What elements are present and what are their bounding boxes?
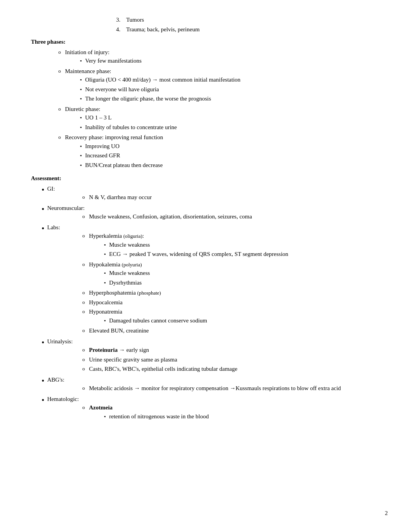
- item-text: Recovery phase: improving renal function: [65, 134, 163, 140]
- item-content: ABG's: o Metabolic acidosis → monitor fo…: [47, 375, 379, 394]
- square-bullet: ▪: [77, 95, 85, 102]
- list-item: o Hyperkalemia (oliguria): ▪ Muscle weak…: [78, 232, 379, 259]
- sub-item: ▪ Dysrhythmias: [101, 278, 379, 287]
- item-content: Neuromuscular: o Muscle weakness, Confus…: [47, 204, 379, 222]
- top-level-item: • Neuromuscular: o Muscle weakness, Conf…: [39, 204, 379, 222]
- item-content: Hyponatremia ▪ Damaged tubules cannot co…: [89, 307, 379, 326]
- item-label: GI:: [47, 186, 55, 192]
- circle-bullet: o: [78, 404, 89, 411]
- item-content: Azotmeia ▪ retention of nitrogenous wast…: [89, 403, 379, 421]
- sub-text: Very few manifestations: [85, 56, 379, 65]
- dot-bullet: •: [39, 394, 47, 406]
- item-text: Hyponatremia: [89, 309, 122, 315]
- sub-text: BUN/Creat plateau then decrease: [85, 161, 379, 170]
- sub-text: Hypocalcemia: [89, 298, 379, 307]
- dot-bullet: •: [39, 375, 47, 387]
- top-level-item: • Labs: o Hyperkalemia (oliguria): ▪: [39, 223, 379, 336]
- sub-text: Muscle weakness: [109, 240, 379, 249]
- item-text: Diuretic phase:: [65, 106, 100, 112]
- sub-item: ▪ Increased GFR: [77, 151, 379, 160]
- item-label: ABG's:: [47, 377, 64, 383]
- sub-item: ▪ Inability of tubules to concentrate ur…: [77, 123, 379, 132]
- sub-item: ▪ BUN/Creat plateau then decrease: [77, 161, 379, 170]
- sub-item: ▪ Muscle weakness: [101, 269, 379, 278]
- circle-bullet: o: [78, 384, 89, 392]
- sub-text: Metabolic acidosis → monitor for respira…: [89, 384, 379, 393]
- item-label: Neuromuscular:: [47, 205, 85, 211]
- square-bullet: ▪: [101, 317, 109, 324]
- top-level-item: • ABG's: o Metabolic acidosis → monitor …: [39, 375, 379, 394]
- numbered-list: 3. Tumors 4. Trauma; back, pelvis, perin…: [116, 15, 379, 34]
- dot-bullet: •: [39, 337, 47, 348]
- page-content: 3. Tumors 4. Trauma; back, pelvis, perin…: [31, 15, 379, 422]
- item-content: Diuretic phase: ▪ UO 1 – 3 L ▪ Inability…: [65, 105, 379, 133]
- list-item: o Hypokalemia (polyuria) ▪ Muscle weakne…: [78, 260, 379, 288]
- item-label: Hematologic:: [47, 396, 79, 402]
- circle-bullet: o: [78, 289, 89, 297]
- sub-item: ▪ Improving UO: [77, 142, 379, 151]
- sub-text: Muscle weakness: [109, 269, 379, 278]
- item-content: Recovery phase: improving renal function…: [65, 133, 379, 170]
- square-bullet: ▪: [77, 152, 85, 159]
- list-item: o Proteinuria → early sign: [78, 346, 379, 355]
- item-text: Maintenance phase:: [65, 68, 111, 74]
- sub-list-l2: ▪ retention of nitrogenous waste in the …: [89, 412, 379, 421]
- sub-list: ▪ Improving UO ▪ Increased GFR ▪ BUN/Cre…: [65, 142, 379, 170]
- sub-list-l1: o Azotmeia ▪ retention of nitrogenous wa…: [55, 403, 379, 421]
- top-level-item: • Urinalysis: o Proteinuria → early sign…: [39, 337, 379, 374]
- circle-bullet: o: [54, 67, 65, 75]
- sub-item: ▪ ECG → peaked T waves, widening of QRS …: [101, 250, 379, 259]
- square-bullet: ▪: [101, 251, 109, 257]
- list-item: o Metabolic acidosis → monitor for respi…: [78, 384, 379, 393]
- assessment-header: Assessment:: [31, 174, 379, 183]
- sub-text: The longer the oliguric phase, the worse…: [85, 94, 379, 103]
- circle-bullet: o: [78, 308, 89, 315]
- square-bullet: ▪: [77, 57, 85, 64]
- sub-item: ▪ The longer the oliguric phase, the wor…: [77, 94, 379, 103]
- three-phases-section: Three phases: o Initiation of injury: ▪ …: [31, 38, 379, 170]
- square-bullet: ▪: [101, 413, 109, 420]
- dot-bullet: •: [39, 203, 47, 215]
- item-content: Initiation of injury: ▪ Very few manifes…: [65, 48, 379, 66]
- sub-text: Oliguria (UO < 400 ml/day) → most common…: [85, 75, 379, 84]
- item-content: Hyperkalemia (oliguria): ▪ Muscle weakne…: [89, 232, 379, 259]
- circle-bullet: o: [54, 133, 65, 141]
- item-text: Hypokalemia (polyuria): [89, 261, 142, 268]
- circle-bullet: o: [78, 327, 89, 334]
- circle-bullet: o: [78, 261, 89, 268]
- list-item: o Casts, RBC's, WBC's, epithelial cells …: [78, 365, 379, 373]
- list-item: o Hypocalcemia: [78, 298, 379, 307]
- square-bullet: ▪: [77, 124, 85, 131]
- list-item: o N & V, diarrhea may occur: [78, 193, 379, 202]
- list-item: o Hyponatremia ▪ Damaged tubules cannot …: [78, 307, 379, 326]
- item-content: Urinalysis: o Proteinuria → early sign o…: [47, 337, 379, 374]
- sub-item: ▪ Oliguria (UO < 400 ml/day) → most comm…: [77, 75, 379, 84]
- square-bullet: ▪: [77, 76, 85, 83]
- item-text: Tumors: [126, 17, 144, 23]
- sub-text: Damaged tubules cannot conserve sodium: [109, 316, 379, 325]
- sub-text: Improving UO: [85, 142, 379, 151]
- three-phases-list: o Initiation of injury: ▪ Very few manif…: [31, 48, 379, 171]
- sub-item: ▪ Very few manifestations: [77, 56, 379, 65]
- sub-text: N & V, diarrhea may occur: [89, 193, 379, 202]
- list-item: o Diuretic phase: ▪ UO 1 – 3 L ▪ Inabili…: [54, 105, 379, 133]
- list-item: o Maintenance phase: ▪ Oliguria (UO < 40…: [54, 67, 379, 104]
- assessment-section: Assessment: • GI: o N & V, diarrhea may …: [31, 174, 379, 422]
- sub-text: Casts, RBC's, WBC's, epithelial cells in…: [89, 365, 379, 373]
- circle-bullet: o: [54, 105, 65, 113]
- square-bullet: ▪: [101, 279, 109, 286]
- sub-text: Increased GFR: [85, 151, 379, 160]
- circle-bullet: o: [78, 346, 89, 354]
- square-bullet: ▪: [77, 114, 85, 121]
- bold-label: Azotmeia: [89, 404, 113, 411]
- sub-list-l1: o Hyperkalemia (oliguria): ▪ Muscle weak…: [55, 232, 379, 335]
- sub-text: Inability of tubules to concentrate urin…: [85, 123, 379, 132]
- list-item: o Urine specific gravity same as plasma: [78, 355, 379, 364]
- item-content: Hypokalemia (polyuria) ▪ Muscle weakness…: [89, 260, 379, 288]
- circle-bullet: o: [78, 193, 89, 201]
- item-text: Initiation of injury:: [65, 49, 110, 55]
- bold-text: Proteinuria: [89, 347, 118, 353]
- item-label: Urinalysis:: [47, 338, 73, 344]
- sub-list-l1: o Proteinuria → early sign o Urine speci…: [55, 346, 379, 373]
- item-content: GI: o N & V, diarrhea may occur: [47, 184, 379, 203]
